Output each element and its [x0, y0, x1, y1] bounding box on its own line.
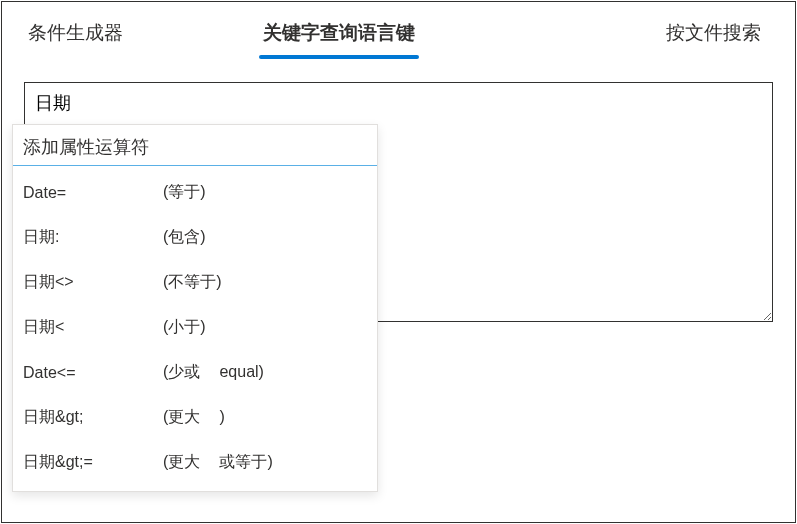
operator-item[interactable]: Date<= (少或 equal)	[13, 350, 377, 395]
tab-search-by-file[interactable]: 按文件搜索	[666, 20, 761, 56]
operator-desc: (等于)	[163, 182, 206, 203]
dropdown-list: Date= (等于) 日期: (包含) 日期<> (不等于) 日期< (小于) …	[13, 166, 377, 491]
operator-item[interactable]: 日期: (包含)	[13, 215, 377, 260]
operator-desc: (少或 equal)	[163, 362, 264, 383]
tab-bar: 条件生成器 关键字查询语言键 按文件搜索	[2, 2, 795, 56]
operator-suggestion-dropdown: 添加属性运算符 Date= (等于) 日期: (包含) 日期<> (不等于) 日…	[12, 124, 378, 492]
operator-item[interactable]: 日期&gt; (更大 )	[13, 395, 377, 440]
operator-key: Date=	[23, 184, 163, 202]
tab-kql-key[interactable]: 关键字查询语言键	[263, 20, 415, 56]
operator-desc: (更大 或等于)	[163, 452, 273, 473]
operator-desc: (小于)	[163, 317, 206, 338]
operator-key: 日期&gt;	[23, 407, 163, 428]
operator-key: 日期:	[23, 227, 163, 248]
operator-key: 日期&gt;=	[23, 452, 163, 473]
dropdown-header: 添加属性运算符	[13, 125, 377, 166]
operator-item[interactable]: 日期< (小于)	[13, 305, 377, 350]
operator-key: 日期<>	[23, 272, 163, 293]
operator-item[interactable]: Date= (等于)	[13, 170, 377, 215]
operator-desc: (包含)	[163, 227, 206, 248]
operator-desc: (更大 )	[163, 407, 225, 428]
operator-desc: (不等于)	[163, 272, 222, 293]
operator-item[interactable]: 日期<> (不等于)	[13, 260, 377, 305]
operator-key: 日期<	[23, 317, 163, 338]
operator-item[interactable]: 日期&gt;= (更大 或等于)	[13, 440, 377, 485]
operator-key: Date<=	[23, 364, 163, 382]
panel: 条件生成器 关键字查询语言键 按文件搜索 日期 添加属性运算符 Date= (等…	[1, 1, 796, 523]
tab-condition-builder[interactable]: 条件生成器	[28, 20, 123, 56]
